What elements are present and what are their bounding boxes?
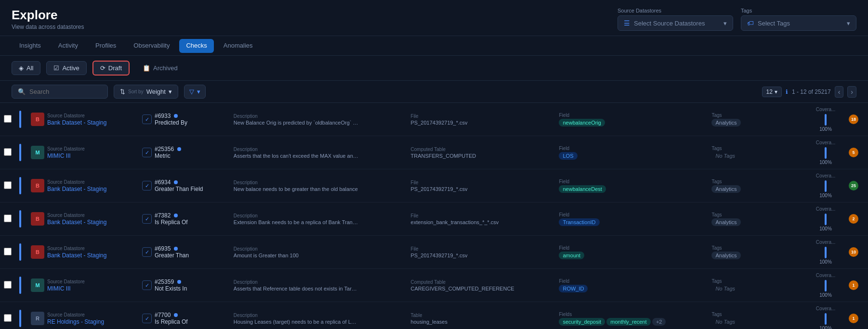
tab-anomalies[interactable]: Anomalies xyxy=(216,36,261,56)
filter-all-button[interactable]: ◈ All xyxy=(12,61,40,75)
toolbar: 🔍 ⇅ Sort by Weight ▾ ▽ ▾ 12 ▾ ℹ 1 - 12 o… xyxy=(0,81,868,103)
description-cell: Description Housing Leases (target) need… xyxy=(230,302,407,329)
field-pill: amount xyxy=(559,252,584,259)
archived-icon: 📋 xyxy=(143,64,150,72)
page-subtitle: View data across datastores xyxy=(12,24,84,30)
tab-profiles[interactable]: Profiles xyxy=(88,36,124,56)
coverage-label: Covera... xyxy=(816,206,836,212)
tab-checks[interactable]: Checks xyxy=(179,39,213,53)
file-cell: Computed Table TRANSFERS_COMPUTED xyxy=(407,136,555,169)
desc-label: Description xyxy=(234,114,403,119)
tags-dropdown[interactable]: 🏷 Select Tags ▾ xyxy=(741,15,856,31)
ds-info: Source Datastore MIMIC III xyxy=(47,146,85,159)
coverage-label: Covera... xyxy=(816,107,836,112)
check-id-cell: ✓ #6935 Greater Than xyxy=(138,236,230,269)
check-icon: ✓ xyxy=(142,214,152,224)
check-id-cell: ✓ #6933 Predicted By xyxy=(138,103,230,136)
coverage-pct: 100% xyxy=(819,160,832,165)
next-page-button[interactable]: › xyxy=(847,86,856,98)
row-checkbox[interactable] xyxy=(4,181,12,189)
check-id: #25359 xyxy=(155,278,174,285)
tags-cell: Tags Analytics xyxy=(708,202,806,236)
nav-tabs: Insights Activity Profiles Observability… xyxy=(0,36,868,56)
desc-value: Housing Leases (target) needs to be a re… xyxy=(234,319,359,325)
ds-type-label: Source Datastore xyxy=(47,279,85,284)
file-cell: File extension_bank_transactions_*_*.csv xyxy=(407,202,555,236)
field-extra2-pill: +2 xyxy=(652,318,666,326)
file-type-label: File xyxy=(411,246,552,252)
check-id: #7700 xyxy=(155,312,171,318)
tab-observability[interactable]: Observability xyxy=(126,36,177,56)
field-cell: Field LOS xyxy=(555,136,708,169)
coverage-pct: 100% xyxy=(819,226,832,231)
check-info: #6934 Greater Than Field xyxy=(155,179,203,192)
datasource-cell: M Source Datastore MIMIC III xyxy=(27,269,138,302)
page-size-select[interactable]: 12 ▾ xyxy=(762,87,782,97)
check-id-cell: ✓ #7382 Is Replica Of xyxy=(138,202,230,236)
check-id-cell: ✓ #6934 Greater Than Field xyxy=(138,169,230,202)
field-pill: security_deposit xyxy=(559,318,605,326)
row-checkbox[interactable] xyxy=(4,115,12,123)
check-id-row: #6933 xyxy=(155,113,187,119)
description-cell: Description Amount is Greater than 100 xyxy=(230,236,407,269)
alert-cell: 10 xyxy=(845,236,868,269)
table-container: B Source Datastore Bank Dataset - Stagin… xyxy=(0,103,868,329)
tags-label: Tags xyxy=(711,212,802,217)
filter-archived-button[interactable]: 📋 Archived xyxy=(135,61,185,75)
check-info: #7700 Is Replica Of xyxy=(155,312,188,325)
desc-label: Description xyxy=(234,147,403,152)
check-id-row: #7700 xyxy=(155,312,188,318)
coverage-cell: Covera... 100% xyxy=(806,136,845,169)
row-color-indicator xyxy=(15,269,27,302)
row-checkbox[interactable] xyxy=(4,148,12,156)
alert-cell: 5 xyxy=(845,136,868,169)
filter-button[interactable]: ▽ ▾ xyxy=(184,85,206,99)
file-type-label: Computed Table xyxy=(411,279,552,285)
page-title: Explore xyxy=(12,8,84,23)
tag-pill: Analytics xyxy=(711,218,740,226)
alert-badge: 1 xyxy=(849,280,858,290)
status-dot xyxy=(174,214,178,217)
ds-info: Source Datastore RE Holdings - Staging xyxy=(47,312,104,325)
field-cell: Field newbalanceDest xyxy=(555,169,708,202)
prev-page-button[interactable]: ‹ xyxy=(835,86,844,98)
alert-badge: 10 xyxy=(849,247,858,257)
search-input[interactable] xyxy=(29,88,102,95)
search-box[interactable]: 🔍 xyxy=(12,85,108,99)
check-icon: ✓ xyxy=(142,114,152,124)
table-row: B Source Datastore Bank Dataset - Stagin… xyxy=(0,236,868,269)
table-row: B Source Datastore Bank Dataset - Stagin… xyxy=(0,202,868,236)
ds-type-label: Source Datastore xyxy=(47,246,106,251)
tags-cell: Tags No Tags xyxy=(708,302,806,329)
tag-pills: Analytics xyxy=(711,185,802,193)
desc-label: Description xyxy=(234,313,403,318)
check-id: #6934 xyxy=(155,179,171,186)
all-label: All xyxy=(26,64,33,72)
check-info: #25356 Metric xyxy=(155,146,181,159)
database-icon: ☰ xyxy=(624,19,630,27)
filter-draft-button[interactable]: ⟳ Draft xyxy=(92,61,130,76)
row-checkbox[interactable] xyxy=(4,248,12,255)
check-name: Greater Than xyxy=(155,252,189,259)
sort-button[interactable]: ⇅ Sort by Weight ▾ xyxy=(114,85,178,99)
coverage-pct: 100% xyxy=(819,259,832,265)
field-pills: security_deposit monthly_recent +2 xyxy=(559,318,704,326)
ds-info: Source Datastore Bank Dataset - Staging xyxy=(47,179,106,192)
filter-active-button[interactable]: ☑ Active xyxy=(46,61,86,75)
row-checkbox[interactable] xyxy=(4,314,12,322)
description-cell: Description New balace needs to be great… xyxy=(230,169,407,202)
description-cell: Description Extension Bank needs to be a… xyxy=(230,202,407,236)
tag-pills: Analytics xyxy=(711,252,802,259)
sort-chevron-icon: ▾ xyxy=(169,88,172,95)
check-icon: ✓ xyxy=(142,314,152,323)
check-id-row: #25359 xyxy=(155,278,187,285)
row-checkbox[interactable] xyxy=(4,215,12,222)
ds-name: RE Holdings - Staging xyxy=(47,318,104,325)
tab-activity[interactable]: Activity xyxy=(51,36,86,56)
row-checkbox[interactable] xyxy=(4,281,12,289)
check-id-row: #6935 xyxy=(155,245,189,252)
alert-badge: 5 xyxy=(849,148,858,157)
file-cell: File PS_20174392719_*.csv xyxy=(407,103,555,136)
source-datastores-dropdown[interactable]: ☰ Select Source Datastores ▾ xyxy=(618,15,733,31)
tab-insights[interactable]: Insights xyxy=(12,36,49,56)
